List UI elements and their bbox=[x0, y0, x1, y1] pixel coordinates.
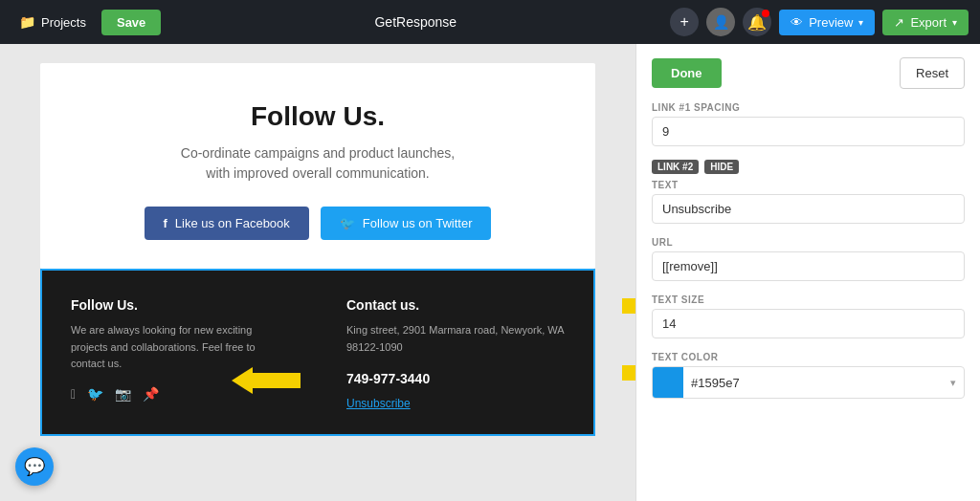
canvas-area: Follow Us. Co-ordinate campaigns and pro… bbox=[0, 44, 635, 501]
pinterest-footer-icon[interactable]: 📌 bbox=[143, 386, 159, 402]
app-name: GetResponse bbox=[170, 14, 660, 30]
url-section: URL bbox=[652, 237, 965, 281]
arrow-overlay-footer-unsub bbox=[232, 367, 301, 394]
canvas-wrapper: Follow Us. Co-ordinate campaigns and pro… bbox=[40, 63, 595, 436]
twitter-label: Follow us on Twitter bbox=[363, 216, 473, 230]
text-size-section: TEXT SIZE bbox=[652, 294, 965, 338]
projects-button[interactable]: 📁 Projects bbox=[11, 11, 94, 33]
right-panel: Done Reset LINK #1 SPACING LINK #2 HIDE … bbox=[635, 44, 980, 501]
arrow-overlay-unsubscribe bbox=[622, 293, 635, 319]
reset-button[interactable]: Reset bbox=[900, 57, 965, 89]
footer-col1-text: We are always looking for new exciting p… bbox=[71, 322, 289, 373]
chevron-down-icon: ▾ bbox=[858, 17, 863, 28]
export-label: Export bbox=[910, 15, 947, 30]
facebook-footer-icon[interactable]:  bbox=[71, 386, 76, 402]
footer-address: King street, 2901 Marmara road, Newyork,… bbox=[346, 322, 565, 356]
chevron-down-icon-export: ▾ bbox=[952, 17, 957, 28]
footer-col-1: Follow Us. We are always looking for new… bbox=[71, 297, 289, 411]
preview-label: Preview bbox=[809, 15, 853, 30]
link2-badges: LINK #2 HIDE bbox=[652, 160, 965, 174]
done-button[interactable]: Done bbox=[652, 58, 722, 88]
eye-icon: 👁 bbox=[791, 15, 803, 30]
topnav-right: + 👤 🔔 👁 Preview ▾ ↗ Export ▾ bbox=[670, 8, 969, 36]
twitter-icon: 🐦 bbox=[340, 216, 355, 230]
link1-spacing-input[interactable] bbox=[652, 117, 965, 146]
add-button[interactable]: + bbox=[670, 8, 699, 36]
arrow-shaft-2 bbox=[622, 365, 635, 381]
arrow-shaft-3 bbox=[253, 373, 301, 388]
chat-bubble-button[interactable]: 💬 bbox=[15, 447, 54, 486]
instagram-footer-icon[interactable]: 📷 bbox=[115, 386, 131, 402]
facebook-label: Like us on Facebook bbox=[175, 216, 290, 230]
arrow-head-3 bbox=[232, 367, 253, 394]
topnav-left: 📁 Projects Save bbox=[11, 10, 161, 35]
arrow-right-1 bbox=[622, 293, 635, 319]
panel-top-row: Done Reset bbox=[652, 57, 965, 89]
social-buttons: f Like us on Facebook 🐦 Follow us on Twi… bbox=[69, 207, 567, 240]
facebook-icon: f bbox=[164, 216, 167, 230]
email-title: Follow Us. bbox=[69, 101, 567, 132]
export-icon: ↗ bbox=[894, 15, 904, 30]
color-picker-row[interactable]: #1595e7 ▾ bbox=[652, 366, 965, 399]
arrow-right-2 bbox=[622, 359, 635, 386]
footer-grid: Follow Us. We are always looking for new… bbox=[71, 297, 565, 411]
footer-phone: 749-977-3440 bbox=[346, 371, 565, 386]
color-hex-value: #1595e7 bbox=[683, 376, 943, 390]
color-swatch bbox=[653, 367, 683, 398]
color-chevron-icon: ▾ bbox=[943, 377, 964, 389]
hide-badge: HIDE bbox=[704, 160, 739, 174]
footer-unsubscribe-link[interactable]: Unsubscribe bbox=[346, 397, 411, 410]
url-input[interactable] bbox=[652, 251, 965, 281]
text-label: TEXT bbox=[652, 180, 965, 190]
text-color-label: TEXT COLOR bbox=[652, 352, 965, 362]
text-size-input[interactable] bbox=[652, 309, 965, 338]
notification-dot bbox=[762, 10, 769, 17]
main-layout: Follow Us. Co-ordinate campaigns and pro… bbox=[0, 44, 980, 501]
url-label: URL bbox=[652, 237, 965, 248]
folder-icon: 📁 bbox=[19, 14, 35, 30]
text-input[interactable] bbox=[652, 194, 965, 224]
arrow-shaft-1 bbox=[622, 298, 635, 314]
link1-spacing-section: LINK #1 SPACING bbox=[652, 102, 965, 146]
facebook-button[interactable]: f Like us on Facebook bbox=[145, 207, 309, 240]
preview-button[interactable]: 👁 Preview ▾ bbox=[779, 10, 875, 35]
footer-col-2: Contact us. King street, 2901 Marmara ro… bbox=[346, 297, 565, 411]
email-subtitle: Co-ordinate campaigns and product launch… bbox=[69, 143, 567, 184]
topnav: 📁 Projects Save GetResponse + 👤 🔔 👁 Prev… bbox=[0, 0, 980, 44]
link2-section: LINK #2 HIDE TEXT bbox=[652, 160, 965, 224]
save-button[interactable]: Save bbox=[101, 10, 161, 35]
text-size-label: TEXT SIZE bbox=[652, 294, 965, 305]
avatar[interactable]: 👤 bbox=[706, 8, 735, 36]
export-button[interactable]: ↗ Export ▾ bbox=[882, 10, 969, 35]
twitter-button[interactable]: 🐦 Follow us on Twitter bbox=[321, 207, 492, 240]
arrow-overlay-url bbox=[622, 359, 635, 386]
link1-spacing-label: LINK #1 SPACING bbox=[652, 102, 965, 113]
footer-col1-heading: Follow Us. bbox=[71, 297, 289, 313]
text-color-section: TEXT COLOR #1595e7 ▾ bbox=[652, 352, 965, 399]
footer-col2-heading: Contact us. bbox=[346, 297, 565, 313]
arrow-left-3 bbox=[232, 367, 301, 394]
link2-badge: LINK #2 bbox=[652, 160, 699, 174]
notifications-button[interactable]: 🔔 bbox=[743, 8, 771, 36]
email-block: Follow Us. Co-ordinate campaigns and pro… bbox=[40, 63, 595, 269]
projects-label: Projects bbox=[41, 15, 86, 30]
footer-block: Follow Us. We are always looking for new… bbox=[40, 269, 595, 436]
twitter-footer-icon[interactable]: 🐦 bbox=[87, 386, 103, 402]
